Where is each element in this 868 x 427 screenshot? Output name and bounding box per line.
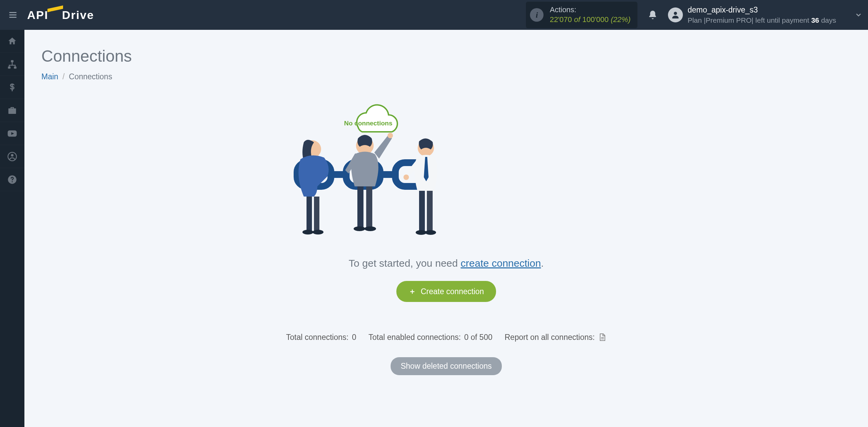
page-title: Connections [41, 47, 851, 65]
stat-total-label: Total connections: [286, 333, 349, 342]
menu-toggle[interactable] [5, 7, 20, 22]
actions-counter[interactable]: i Actions: 22'070 of 100'000 (22%) [526, 2, 637, 28]
cloud-text: No connections [344, 120, 393, 127]
prompt-suffix: . [541, 258, 544, 269]
home-icon [7, 36, 17, 46]
nav-right: i Actions: 22'070 of 100'000 (22%) demo_… [526, 2, 863, 28]
user-menu-chevron[interactable] [854, 11, 863, 19]
hamburger-icon [8, 10, 18, 20]
logo-part2: Drive [62, 8, 94, 22]
sidebar-item-video[interactable] [0, 122, 24, 145]
svg-point-21 [313, 230, 323, 235]
svg-rect-4 [11, 60, 14, 62]
sidebar-item-help[interactable] [0, 168, 24, 191]
svg-point-9 [11, 154, 14, 157]
actions-text: Actions: 22'070 of 100'000 (22%) [550, 5, 630, 24]
breadcrumb-main[interactable]: Main [41, 72, 58, 81]
svg-rect-31 [427, 191, 433, 231]
svg-rect-19 [314, 197, 319, 230]
sidebar-item-billing[interactable] [0, 76, 24, 99]
avatar [668, 7, 683, 22]
user-icon [671, 10, 680, 20]
stat-enabled-label: Total enabled connections: [369, 333, 461, 342]
plan-prefix: Plan |Premium PRO| left until payment [688, 16, 811, 24]
notifications-button[interactable] [646, 8, 660, 22]
main-content: Connections Main / Connections No connec… [24, 30, 868, 427]
info-icon: i [530, 8, 544, 22]
stat-report-label: Report on all connections: [505, 333, 595, 342]
empty-state: No connections [277, 98, 616, 375]
stats-row: Total connections: 0 Total enabled conne… [277, 332, 616, 342]
document-icon [598, 332, 606, 342]
nav-left: APIXDrive [5, 7, 94, 22]
plan-days-unit: days [819, 16, 836, 24]
actions-used: 22'070 [550, 15, 572, 24]
svg-rect-5 [8, 66, 11, 68]
svg-rect-6 [14, 66, 17, 68]
user-plan: Plan |Premium PRO| left until payment 36… [688, 15, 836, 25]
stat-enabled-value: 0 of 500 [464, 333, 492, 342]
logo[interactable]: APIXDrive [27, 8, 94, 22]
plus-icon: ＋ [409, 286, 416, 297]
stat-enabled: Total enabled connections: 0 of 500 [369, 333, 493, 342]
youtube-icon [7, 128, 18, 139]
stat-report: Report on all connections: [505, 332, 606, 342]
sidebar [0, 30, 24, 427]
question-icon [7, 175, 17, 185]
create-connection-link[interactable]: create connection [461, 258, 541, 269]
sidebar-item-home[interactable] [0, 30, 24, 53]
empty-illustration: No connections [277, 98, 616, 247]
svg-rect-24 [357, 186, 363, 227]
svg-rect-18 [307, 197, 312, 230]
user-circle-icon [7, 151, 17, 162]
prompt-text: To get started, you need create connecti… [277, 258, 616, 269]
actions-values: 22'070 of 100'000 (22%) [550, 15, 630, 25]
prompt-prefix: To get started, you need [349, 258, 460, 269]
report-download[interactable] [598, 332, 606, 342]
top-navbar: APIXDrive i Actions: 22'070 of 100'000 (… [0, 0, 868, 30]
svg-point-33 [425, 230, 436, 235]
sidebar-item-briefcase[interactable] [0, 99, 24, 122]
show-deleted-button[interactable]: Show deleted connections [391, 357, 502, 375]
svg-point-26 [354, 226, 365, 231]
breadcrumb: Main / Connections [41, 72, 851, 81]
briefcase-icon [7, 105, 17, 116]
logo-part1: API [27, 8, 48, 22]
svg-point-3 [674, 12, 677, 15]
svg-point-29 [403, 175, 409, 180]
user-menu[interactable]: demo_apix-drive_s3 Plan |Premium PRO| le… [668, 4, 836, 25]
actions-label: Actions: [550, 5, 630, 15]
actions-pct: (22%) [611, 15, 631, 24]
actions-total: 100'000 [582, 15, 609, 24]
user-name: demo_apix-drive_s3 [688, 4, 836, 15]
actions-of: of [574, 15, 580, 24]
breadcrumb-sep: / [62, 72, 64, 81]
svg-point-20 [302, 230, 313, 235]
svg-point-32 [416, 230, 427, 235]
sidebar-item-connections[interactable] [0, 53, 24, 76]
sitemap-icon [7, 59, 17, 69]
logo-x: X [51, 8, 59, 21]
breadcrumb-current: Connections [69, 72, 112, 81]
plan-days: 36 [811, 16, 819, 24]
svg-rect-25 [366, 186, 372, 227]
svg-rect-30 [419, 191, 425, 231]
svg-point-11 [12, 181, 13, 182]
svg-point-27 [364, 226, 376, 231]
dollar-icon [7, 82, 17, 93]
chevron-down-icon [854, 11, 863, 19]
user-text: demo_apix-drive_s3 Plan |Premium PRO| le… [688, 4, 836, 25]
stat-total-value: 0 [352, 333, 356, 342]
create-button-label: Create connection [421, 287, 484, 296]
sidebar-item-account[interactable] [0, 145, 24, 168]
svg-point-23 [388, 133, 393, 138]
bell-icon [648, 10, 658, 20]
create-connection-button[interactable]: ＋ Create connection [396, 281, 496, 302]
stat-total: Total connections: 0 [286, 333, 356, 342]
